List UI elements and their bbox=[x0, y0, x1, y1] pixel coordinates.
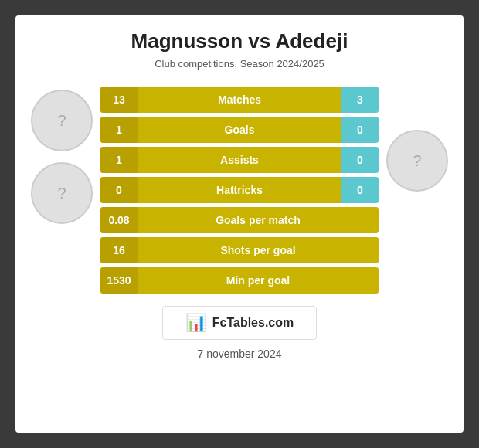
watermark: 📊 FcTables.com bbox=[162, 306, 317, 340]
stat-label: Min per goal bbox=[138, 267, 379, 294]
avatar-placeholder-3: ? bbox=[413, 152, 421, 170]
watermark-text: FcTables.com bbox=[212, 316, 294, 330]
page-title: Magnusson vs Adedeji bbox=[31, 29, 448, 53]
avatar-magnusson: ? bbox=[31, 90, 93, 151]
stats-area: ? ? 13Matches31Goals01Assists00Hattricks… bbox=[31, 87, 448, 294]
stat-row: 13Matches3 bbox=[100, 87, 379, 113]
stat-label: Assists bbox=[138, 147, 341, 173]
stat-row: 0Hattricks0 bbox=[100, 177, 379, 203]
stat-row: 0.08Goals per match bbox=[100, 207, 379, 233]
stat-label: Goals bbox=[138, 117, 341, 143]
stat-left-value: 1 bbox=[100, 147, 138, 173]
stat-left-value: 1 bbox=[100, 117, 138, 143]
stat-row: 1Goals0 bbox=[100, 117, 379, 143]
stat-row: 16Shots per goal bbox=[100, 237, 379, 263]
stat-label: Hattricks bbox=[138, 177, 341, 203]
stat-label: Goals per match bbox=[138, 207, 379, 233]
avatar-placeholder-2: ? bbox=[57, 185, 66, 202]
stats-column: 13Matches31Goals01Assists00Hattricks00.0… bbox=[100, 87, 379, 294]
stat-row: 1Assists0 bbox=[100, 147, 379, 173]
stat-left-value: 0.08 bbox=[100, 207, 138, 233]
stat-label: Shots per goal bbox=[138, 237, 379, 263]
subtitle: Club competitions, Season 2024/2025 bbox=[31, 58, 448, 70]
left-avatars: ? ? bbox=[31, 90, 93, 224]
stat-left-value: 0 bbox=[100, 177, 138, 203]
right-avatars: ? bbox=[386, 130, 448, 192]
comparison-card: Magnusson vs Adedeji Club competitions, … bbox=[15, 15, 464, 433]
avatar-secondary: ? bbox=[31, 162, 93, 224]
stat-right-value: 3 bbox=[341, 87, 379, 113]
stat-right-value: 0 bbox=[341, 177, 379, 203]
stat-left-value: 16 bbox=[100, 237, 138, 263]
stat-left-value: 13 bbox=[100, 87, 138, 113]
stat-right-value: 0 bbox=[341, 147, 379, 173]
stat-right-value: 0 bbox=[341, 117, 379, 143]
avatar-placeholder: ? bbox=[57, 112, 66, 130]
date-label: 7 november 2024 bbox=[31, 348, 448, 360]
stat-row: 1530Min per goal bbox=[100, 267, 379, 294]
watermark-icon: 📊 bbox=[185, 313, 206, 333]
avatar-adedeji: ? bbox=[386, 130, 448, 192]
stat-label: Matches bbox=[138, 87, 341, 113]
stat-left-value: 1530 bbox=[100, 267, 138, 294]
